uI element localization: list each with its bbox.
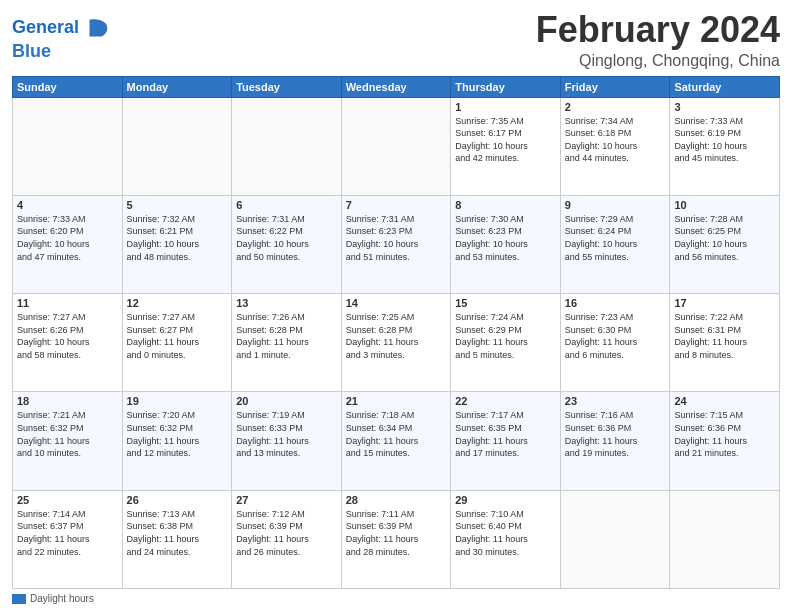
- day-info: Sunrise: 7:26 AM Sunset: 6:28 PM Dayligh…: [236, 311, 337, 361]
- calendar-cell: [232, 97, 342, 195]
- legend-row: Daylight hours: [12, 593, 780, 604]
- title-section: February 2024 Qinglong, Chongqing, China: [536, 10, 780, 70]
- calendar-cell: 8Sunrise: 7:30 AM Sunset: 6:23 PM Daylig…: [451, 195, 561, 293]
- calendar-cell: 13Sunrise: 7:26 AM Sunset: 6:28 PM Dayli…: [232, 294, 342, 392]
- calendar-cell: 14Sunrise: 7:25 AM Sunset: 6:28 PM Dayli…: [341, 294, 451, 392]
- day-info: Sunrise: 7:29 AM Sunset: 6:24 PM Dayligh…: [565, 213, 666, 263]
- day-info: Sunrise: 7:31 AM Sunset: 6:23 PM Dayligh…: [346, 213, 447, 263]
- calendar-cell: 26Sunrise: 7:13 AM Sunset: 6:38 PM Dayli…: [122, 490, 232, 588]
- day-info: Sunrise: 7:33 AM Sunset: 6:19 PM Dayligh…: [674, 115, 775, 165]
- day-number: 13: [236, 297, 337, 309]
- day-info: Sunrise: 7:14 AM Sunset: 6:37 PM Dayligh…: [17, 508, 118, 558]
- calendar-table: SundayMondayTuesdayWednesdayThursdayFrid…: [12, 76, 780, 589]
- calendar-cell: 16Sunrise: 7:23 AM Sunset: 6:30 PM Dayli…: [560, 294, 670, 392]
- week-row-4: 18Sunrise: 7:21 AM Sunset: 6:32 PM Dayli…: [13, 392, 780, 490]
- location-title: Qinglong, Chongqing, China: [536, 52, 780, 70]
- day-number: 6: [236, 199, 337, 211]
- calendar-cell: 17Sunrise: 7:22 AM Sunset: 6:31 PM Dayli…: [670, 294, 780, 392]
- calendar-cell: 11Sunrise: 7:27 AM Sunset: 6:26 PM Dayli…: [13, 294, 123, 392]
- day-number: 24: [674, 395, 775, 407]
- day-number: 14: [346, 297, 447, 309]
- day-number: 18: [17, 395, 118, 407]
- day-number: 12: [127, 297, 228, 309]
- day-info: Sunrise: 7:34 AM Sunset: 6:18 PM Dayligh…: [565, 115, 666, 165]
- day-number: 22: [455, 395, 556, 407]
- day-number: 21: [346, 395, 447, 407]
- weekday-header-row: SundayMondayTuesdayWednesdayThursdayFrid…: [13, 76, 780, 97]
- day-info: Sunrise: 7:25 AM Sunset: 6:28 PM Dayligh…: [346, 311, 447, 361]
- day-number: 15: [455, 297, 556, 309]
- calendar-cell: 3Sunrise: 7:33 AM Sunset: 6:19 PM Daylig…: [670, 97, 780, 195]
- calendar-cell: 2Sunrise: 7:34 AM Sunset: 6:18 PM Daylig…: [560, 97, 670, 195]
- day-number: 28: [346, 494, 447, 506]
- logo-blue: Blue: [12, 42, 51, 62]
- calendar-cell: 29Sunrise: 7:10 AM Sunset: 6:40 PM Dayli…: [451, 490, 561, 588]
- day-number: 19: [127, 395, 228, 407]
- calendar-cell: 9Sunrise: 7:29 AM Sunset: 6:24 PM Daylig…: [560, 195, 670, 293]
- calendar-cell: [670, 490, 780, 588]
- calendar-cell: 24Sunrise: 7:15 AM Sunset: 6:36 PM Dayli…: [670, 392, 780, 490]
- calendar-cell: 7Sunrise: 7:31 AM Sunset: 6:23 PM Daylig…: [341, 195, 451, 293]
- day-number: 1: [455, 101, 556, 113]
- calendar-cell: 1Sunrise: 7:35 AM Sunset: 6:17 PM Daylig…: [451, 97, 561, 195]
- calendar-cell: 21Sunrise: 7:18 AM Sunset: 6:34 PM Dayli…: [341, 392, 451, 490]
- calendar-cell: 15Sunrise: 7:24 AM Sunset: 6:29 PM Dayli…: [451, 294, 561, 392]
- day-info: Sunrise: 7:18 AM Sunset: 6:34 PM Dayligh…: [346, 409, 447, 459]
- day-info: Sunrise: 7:33 AM Sunset: 6:20 PM Dayligh…: [17, 213, 118, 263]
- day-info: Sunrise: 7:32 AM Sunset: 6:21 PM Dayligh…: [127, 213, 228, 263]
- day-info: Sunrise: 7:11 AM Sunset: 6:39 PM Dayligh…: [346, 508, 447, 558]
- calendar-cell: 12Sunrise: 7:27 AM Sunset: 6:27 PM Dayli…: [122, 294, 232, 392]
- day-info: Sunrise: 7:12 AM Sunset: 6:39 PM Dayligh…: [236, 508, 337, 558]
- logo: General Blue: [12, 14, 111, 62]
- legend-label: Daylight hours: [30, 593, 94, 604]
- calendar-cell: 27Sunrise: 7:12 AM Sunset: 6:39 PM Dayli…: [232, 490, 342, 588]
- day-number: 8: [455, 199, 556, 211]
- day-info: Sunrise: 7:30 AM Sunset: 6:23 PM Dayligh…: [455, 213, 556, 263]
- calendar-cell: 6Sunrise: 7:31 AM Sunset: 6:22 PM Daylig…: [232, 195, 342, 293]
- day-number: 7: [346, 199, 447, 211]
- week-row-2: 4Sunrise: 7:33 AM Sunset: 6:20 PM Daylig…: [13, 195, 780, 293]
- day-info: Sunrise: 7:16 AM Sunset: 6:36 PM Dayligh…: [565, 409, 666, 459]
- calendar-cell: 23Sunrise: 7:16 AM Sunset: 6:36 PM Dayli…: [560, 392, 670, 490]
- calendar-container: General Blue February 2024 Qinglong, Cho…: [0, 0, 792, 612]
- calendar-cell: [341, 97, 451, 195]
- day-number: 23: [565, 395, 666, 407]
- weekday-header-wednesday: Wednesday: [341, 76, 451, 97]
- month-title: February 2024: [536, 10, 780, 50]
- day-info: Sunrise: 7:22 AM Sunset: 6:31 PM Dayligh…: [674, 311, 775, 361]
- day-info: Sunrise: 7:13 AM Sunset: 6:38 PM Dayligh…: [127, 508, 228, 558]
- day-number: 27: [236, 494, 337, 506]
- legend-color-box: [12, 594, 26, 604]
- day-number: 4: [17, 199, 118, 211]
- day-info: Sunrise: 7:24 AM Sunset: 6:29 PM Dayligh…: [455, 311, 556, 361]
- calendar-cell: [122, 97, 232, 195]
- day-number: 11: [17, 297, 118, 309]
- day-number: 26: [127, 494, 228, 506]
- day-number: 10: [674, 199, 775, 211]
- weekday-header-saturday: Saturday: [670, 76, 780, 97]
- calendar-cell: 10Sunrise: 7:28 AM Sunset: 6:25 PM Dayli…: [670, 195, 780, 293]
- day-number: 3: [674, 101, 775, 113]
- day-number: 17: [674, 297, 775, 309]
- week-row-5: 25Sunrise: 7:14 AM Sunset: 6:37 PM Dayli…: [13, 490, 780, 588]
- day-number: 29: [455, 494, 556, 506]
- logo-icon: [83, 14, 111, 42]
- day-number: 9: [565, 199, 666, 211]
- calendar-cell: [13, 97, 123, 195]
- calendar-cell: 20Sunrise: 7:19 AM Sunset: 6:33 PM Dayli…: [232, 392, 342, 490]
- day-info: Sunrise: 7:19 AM Sunset: 6:33 PM Dayligh…: [236, 409, 337, 459]
- header-row: General Blue February 2024 Qinglong, Cho…: [12, 10, 780, 70]
- week-row-3: 11Sunrise: 7:27 AM Sunset: 6:26 PM Dayli…: [13, 294, 780, 392]
- day-info: Sunrise: 7:17 AM Sunset: 6:35 PM Dayligh…: [455, 409, 556, 459]
- day-info: Sunrise: 7:35 AM Sunset: 6:17 PM Dayligh…: [455, 115, 556, 165]
- weekday-header-friday: Friday: [560, 76, 670, 97]
- day-number: 16: [565, 297, 666, 309]
- day-info: Sunrise: 7:15 AM Sunset: 6:36 PM Dayligh…: [674, 409, 775, 459]
- day-number: 25: [17, 494, 118, 506]
- day-info: Sunrise: 7:10 AM Sunset: 6:40 PM Dayligh…: [455, 508, 556, 558]
- day-info: Sunrise: 7:28 AM Sunset: 6:25 PM Dayligh…: [674, 213, 775, 263]
- weekday-header-monday: Monday: [122, 76, 232, 97]
- calendar-cell: 4Sunrise: 7:33 AM Sunset: 6:20 PM Daylig…: [13, 195, 123, 293]
- calendar-cell: 28Sunrise: 7:11 AM Sunset: 6:39 PM Dayli…: [341, 490, 451, 588]
- day-number: 20: [236, 395, 337, 407]
